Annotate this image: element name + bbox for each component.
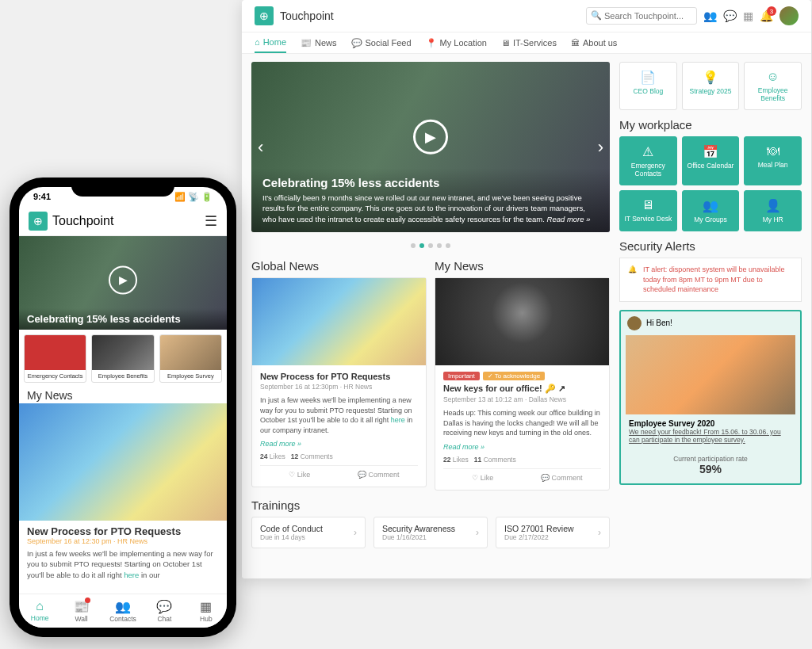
- dot[interactable]: [419, 243, 424, 248]
- survey-text: We need your feedback! From 15.06. to 30…: [629, 428, 792, 444]
- tile-office-calendar[interactable]: 📅Office Calendar: [682, 136, 740, 185]
- inline-link[interactable]: here: [124, 571, 139, 579]
- phone-news-meta: September 16 at 12:30 pm · HR News: [27, 537, 219, 545]
- tile-meal-plan[interactable]: 🍽Meal Plan: [744, 136, 802, 185]
- home-icon: ⌂: [255, 37, 260, 47]
- tile-it-service-desk[interactable]: 🖥IT Service Desk: [619, 190, 677, 231]
- comment-button[interactable]: 💬 Comment: [523, 474, 602, 482]
- carousel-prev-icon[interactable]: ‹: [251, 131, 270, 164]
- card-image: [435, 278, 609, 365]
- acknowledge-badge[interactable]: ✓ To acknowledge: [483, 372, 545, 380]
- phone-notch: [71, 178, 174, 197]
- tile-ceo-blog[interactable]: 📄CEO Blog: [619, 62, 677, 110]
- app-name: Touchpoint: [280, 10, 334, 22]
- tile-benefits[interactable]: ☺Employee Benefits: [744, 62, 802, 110]
- news-row: Global News New Process for PTO Requests…: [251, 259, 610, 491]
- like-button[interactable]: ♡ Like: [443, 474, 523, 482]
- group-icon: 👥: [686, 198, 736, 213]
- training-card[interactable]: Code of ConductDue in 14 days›: [251, 517, 366, 548]
- nav-news[interactable]: 📰News: [301, 37, 337, 53]
- group-icon[interactable]: 👥: [703, 10, 717, 22]
- phone-news-body: New Process for PTO Requests September 1…: [19, 521, 227, 585]
- hero-read-more[interactable]: Read more »: [547, 215, 591, 223]
- my-news-title: My News: [435, 259, 610, 273]
- apps-icon[interactable]: ▦: [743, 10, 753, 22]
- nav-social-feed[interactable]: 💬Social Feed: [351, 37, 412, 53]
- my-news-card[interactable]: Important ✓ To acknowledge New keys for …: [435, 277, 610, 491]
- avatar[interactable]: [779, 6, 799, 25]
- global-news-card[interactable]: New Process for PTO Requests September 1…: [251, 277, 427, 487]
- training-card[interactable]: Security AwarenessDue 1/16/2021›: [373, 517, 488, 548]
- monitor-icon: 🖥: [501, 38, 510, 48]
- pin-icon: 📍: [426, 38, 437, 48]
- trainings-title: Trainings: [251, 498, 610, 512]
- training-card[interactable]: ISO 27001 ReviewDue 2/17/2022›: [496, 517, 610, 548]
- menu-icon[interactable]: ☰: [205, 212, 217, 230]
- tile-img: [25, 335, 86, 370]
- phone-news-image[interactable]: [19, 403, 227, 521]
- inline-link[interactable]: here: [391, 416, 405, 424]
- tile-strategy[interactable]: 💡Strategy 2025: [682, 62, 740, 110]
- tile-my-hr[interactable]: 👤My HR: [744, 190, 802, 231]
- security-alert[interactable]: 🔔 IT alert: disponent system will be una…: [619, 258, 802, 302]
- phone-tile-emergency[interactable]: Emergency Contacts: [24, 334, 86, 383]
- card-image: [252, 278, 426, 365]
- survey-widget[interactable]: Hi Ben! Employee Survey 2020 We need you…: [619, 310, 802, 485]
- important-badge: Important: [443, 372, 480, 380]
- play-icon[interactable]: ▶: [413, 119, 448, 154]
- comment-button[interactable]: 💬 Comment: [339, 471, 419, 479]
- survey-greeting: Hi Ben!: [646, 319, 672, 327]
- phone-tile-benefits[interactable]: Employee Benefits: [91, 334, 154, 383]
- card-title: New keys for our office! 🔑 ↗: [443, 384, 601, 394]
- bell-icon: 🔔: [628, 265, 637, 295]
- main-column: ‹ › ▶ Celebrating 15% less accidents It'…: [251, 62, 610, 571]
- nav-my-location[interactable]: 📍My Location: [426, 37, 487, 53]
- tile-emergency-contacts[interactable]: ⚠Emergency Contacts: [619, 136, 677, 185]
- survey-image: [626, 335, 795, 414]
- read-more-link[interactable]: Read more »: [260, 440, 418, 448]
- tile-my-groups[interactable]: 👥My Groups: [682, 190, 740, 231]
- dot[interactable]: [437, 243, 442, 248]
- calendar-icon: 📅: [686, 144, 736, 159]
- tab-home[interactable]: ⌂Home: [19, 599, 60, 623]
- app-logo-icon: ⊕: [255, 6, 274, 25]
- app-name: Touchpoint: [52, 214, 113, 228]
- play-icon[interactable]: ▶: [109, 265, 137, 294]
- dot[interactable]: [428, 243, 433, 248]
- tab-chat[interactable]: 💬Chat: [144, 599, 185, 623]
- phone-tiles: Emergency Contacts Employee Benefits Emp…: [19, 330, 227, 387]
- search-input[interactable]: [586, 7, 697, 25]
- app-logo-icon: ⊕: [29, 212, 48, 231]
- phone-frame: 9:41 📶 📡 🔋 ⊕ Touchpoint ☰ ▶ Celebrating …: [10, 178, 236, 637]
- card-meta: September 16 at 12:30pm · HR News: [260, 383, 418, 391]
- tile-img: [92, 335, 153, 370]
- tab-wall[interactable]: 📰Wall: [60, 599, 102, 623]
- document-icon: 📄: [623, 70, 673, 85]
- nav-home[interactable]: ⌂Home: [255, 37, 286, 53]
- carousel-next-icon[interactable]: ›: [592, 131, 610, 164]
- dot[interactable]: [411, 243, 416, 248]
- avatar: [627, 316, 642, 330]
- phone-tile-survey[interactable]: Employee Survey: [159, 334, 222, 383]
- read-more-link[interactable]: Read more »: [443, 443, 601, 451]
- nav-it-services[interactable]: 🖥IT-Services: [501, 37, 557, 53]
- notifications-icon[interactable]: 🔔: [760, 10, 773, 22]
- chevron-right-icon: ›: [598, 527, 601, 538]
- card-stats: 24 Likes 12 Comments: [260, 452, 418, 460]
- hero-carousel[interactable]: ‹ › ▶ Celebrating 15% less accidents It'…: [251, 62, 610, 232]
- chat-icon[interactable]: 💬: [723, 10, 737, 22]
- chat-icon: 💬: [351, 38, 362, 48]
- nav-about-us[interactable]: 🏛About us: [571, 37, 617, 53]
- header: ⊕ Touchpoint 🔍 👥 💬 ▦ 🔔: [242, 0, 811, 32]
- grid-icon: ▦: [186, 599, 227, 614]
- phone-hero[interactable]: ▶ Celebrating 15% less accidents: [19, 236, 227, 330]
- card-meta: September 13 at 10:12 am · Dallas News: [443, 395, 601, 403]
- sidebar: 📄CEO Blog 💡Strategy 2025 ☺Employee Benef…: [619, 62, 802, 571]
- like-button[interactable]: ♡ Like: [260, 471, 339, 479]
- tab-hub[interactable]: ▦Hub: [186, 599, 227, 623]
- expand-icon[interactable]: ↗: [558, 384, 565, 393]
- smile-icon: ☺: [748, 70, 798, 84]
- hero-text: Celebrating 15% less accidents It's offi…: [251, 168, 610, 232]
- tab-contacts[interactable]: 👥Contacts: [102, 599, 144, 623]
- dot[interactable]: [446, 243, 450, 248]
